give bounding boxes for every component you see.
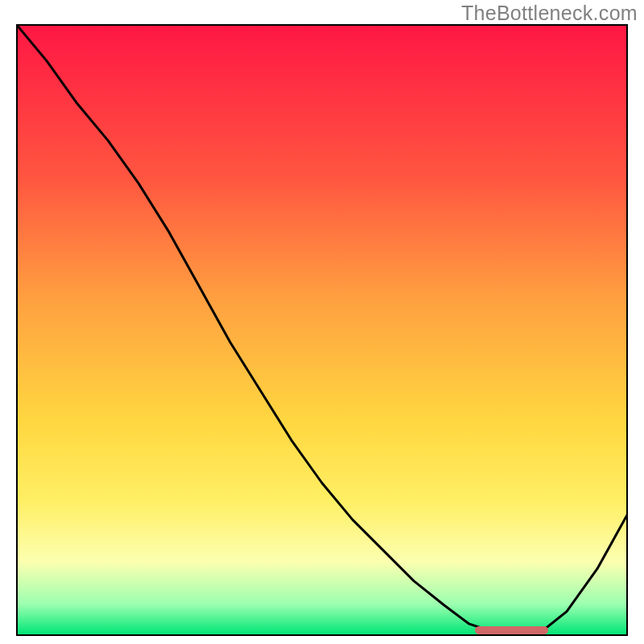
- bottleneck-curve: [16, 24, 628, 636]
- curve-svg: [16, 24, 628, 636]
- chart-stage: TheBottleneck.com: [0, 0, 644, 644]
- watermark-text: TheBottleneck.com: [461, 2, 638, 25]
- optimal-zone-marker: [475, 626, 548, 634]
